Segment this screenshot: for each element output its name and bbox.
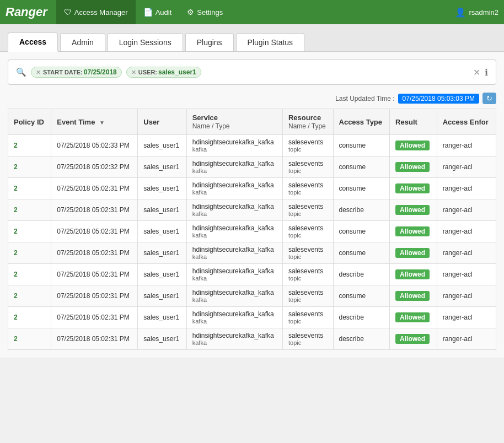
resource-name: salesevents [288, 203, 328, 210]
policy-link[interactable]: 2 [14, 292, 18, 300]
cell-access-type: consume [333, 285, 390, 307]
table-row: 2 07/25/2018 05:02:31 PM sales_user1 hdi… [8, 242, 496, 264]
cell-result: Allowed [390, 307, 437, 328]
service-type: kafka [192, 253, 277, 260]
tab-admin[interactable]: Admin [60, 33, 105, 51]
cell-user: sales_user1 [138, 307, 186, 328]
cell-access-type: consume [333, 135, 390, 156]
policy-link[interactable]: 2 [14, 335, 18, 343]
refresh-button[interactable]: ↻ [482, 93, 496, 104]
shield-icon: 🛡 [64, 8, 72, 17]
nav-access-manager[interactable]: 🛡 Access Manager [56, 0, 136, 24]
resource-type: topic [288, 275, 328, 282]
cell-resource: salesevents topic [282, 199, 333, 221]
cell-user: sales_user1 [138, 178, 186, 199]
policy-link[interactable]: 2 [14, 185, 18, 192]
policy-link[interactable]: 2 [14, 206, 18, 214]
cell-access-enforcer: ranger-acl [437, 242, 496, 264]
main-content: 🔍 ✕ START DATE: 07/25/2018 ✕ USER: sales… [0, 52, 504, 358]
resource-name: salesevents [288, 181, 328, 189]
service-name: hdinsightsecurekafka_kafka [192, 224, 277, 232]
table-row: 2 07/25/2018 05:02:31 PM sales_user1 hdi… [8, 307, 496, 328]
policy-link[interactable]: 2 [14, 228, 18, 235]
service-type: kafka [192, 275, 277, 282]
cell-policy-id: 2 [8, 264, 51, 285]
cell-user: sales_user1 [138, 285, 186, 307]
resource-type: topic [288, 189, 328, 196]
cell-result: Allowed [390, 285, 437, 307]
service-name: hdinsightsecurekafka_kafka [192, 160, 277, 168]
resource-name: salesevents [288, 267, 328, 275]
filter-close-date-icon[interactable]: ✕ [36, 69, 41, 76]
cell-resource: salesevents topic [282, 264, 333, 285]
settings-icon: ⚙ [187, 8, 194, 17]
tab-plugins[interactable]: Plugins [185, 33, 234, 51]
cell-event-time: 07/25/2018 05:02:31 PM [51, 285, 138, 307]
service-type: kafka [192, 318, 277, 325]
cell-user: sales_user1 [138, 199, 186, 221]
policy-link[interactable]: 2 [14, 314, 18, 321]
nav-settings[interactable]: ⚙ Settings [179, 0, 230, 24]
table-row: 2 07/25/2018 05:02:31 PM sales_user1 hdi… [8, 328, 496, 350]
cell-service: hdinsightsecurekafka_kafka kafka [186, 156, 282, 178]
filter-close-user-icon[interactable]: ✕ [131, 69, 136, 76]
table-row: 2 07/25/2018 05:02:31 PM sales_user1 hdi… [8, 285, 496, 307]
search-info-icon[interactable]: ℹ [485, 67, 488, 78]
cell-user: sales_user1 [138, 221, 186, 242]
cell-access-enforcer: ranger-acl [437, 135, 496, 156]
cell-policy-id: 2 [8, 285, 51, 307]
policy-link[interactable]: 2 [14, 271, 18, 278]
col-header-access-type: Access Type [333, 109, 390, 135]
last-updated-label: Last Updated Time : [335, 95, 394, 102]
result-badge: Allowed [395, 291, 430, 301]
resource-type: topic [288, 318, 328, 325]
user-menu[interactable]: 👤 rsadmin2 [455, 7, 498, 18]
resource-type: topic [288, 296, 328, 303]
col-header-resource: ResourceName / Type [282, 109, 333, 135]
service-name: hdinsightsecurekafka_kafka [192, 138, 277, 146]
result-badge: Allowed [395, 226, 430, 236]
last-updated-bar: Last Updated Time : 07/25/2018 05:03:03 … [8, 93, 496, 104]
cell-policy-id: 2 [8, 328, 51, 350]
cell-service: hdinsightsecurekafka_kafka kafka [186, 307, 282, 328]
cell-result: Allowed [390, 328, 437, 350]
cell-resource: salesevents topic [282, 328, 333, 350]
cell-user: sales_user1 [138, 135, 186, 156]
cell-user: sales_user1 [138, 264, 186, 285]
col-header-user: User [138, 109, 186, 135]
cell-user: sales_user1 [138, 242, 186, 264]
cell-policy-id: 2 [8, 178, 51, 199]
search-box: 🔍 ✕ START DATE: 07/25/2018 ✕ USER: sales… [8, 60, 496, 85]
resource-type: topic [288, 339, 328, 346]
cell-result: Allowed [390, 242, 437, 264]
last-updated-time: 07/25/2018 05:03:03 PM [398, 94, 479, 104]
col-header-result: Result [390, 109, 437, 135]
cell-result: Allowed [390, 264, 437, 285]
policy-link[interactable]: 2 [14, 249, 18, 257]
cell-resource: salesevents topic [282, 156, 333, 178]
cell-resource: salesevents topic [282, 135, 333, 156]
cell-access-type: describe [333, 307, 390, 328]
col-header-event-time[interactable]: Event Time ▼ [51, 109, 138, 135]
cell-access-type: describe [333, 199, 390, 221]
cell-user: sales_user1 [138, 156, 186, 178]
policy-link[interactable]: 2 [14, 163, 18, 171]
cell-service: hdinsightsecurekafka_kafka kafka [186, 178, 282, 199]
service-name: hdinsightsecurekafka_kafka [192, 203, 277, 210]
cell-resource: salesevents topic [282, 307, 333, 328]
tab-login-sessions[interactable]: Login Sessions [108, 33, 183, 51]
search-clear-icon[interactable]: ✕ [473, 67, 480, 78]
filter-user[interactable]: ✕ USER: sales_user1 [126, 67, 201, 78]
tab-access[interactable]: Access [8, 33, 58, 52]
result-badge: Allowed [395, 205, 430, 215]
tab-plugin-status[interactable]: Plugin Status [236, 33, 305, 51]
filter-start-date[interactable]: ✕ START DATE: 07/25/2018 [31, 67, 122, 78]
service-name: hdinsightsecurekafka_kafka [192, 310, 277, 318]
policy-link[interactable]: 2 [14, 142, 18, 149]
resource-name: salesevents [288, 289, 328, 296]
audit-table: Policy ID Event Time ▼ User ServiceName … [8, 109, 496, 350]
cell-event-time: 07/25/2018 05:02:31 PM [51, 199, 138, 221]
nav-audit[interactable]: 📄 Audit [136, 0, 180, 24]
service-name: hdinsightsecurekafka_kafka [192, 289, 277, 296]
cell-service: hdinsightsecurekafka_kafka kafka [186, 328, 282, 350]
